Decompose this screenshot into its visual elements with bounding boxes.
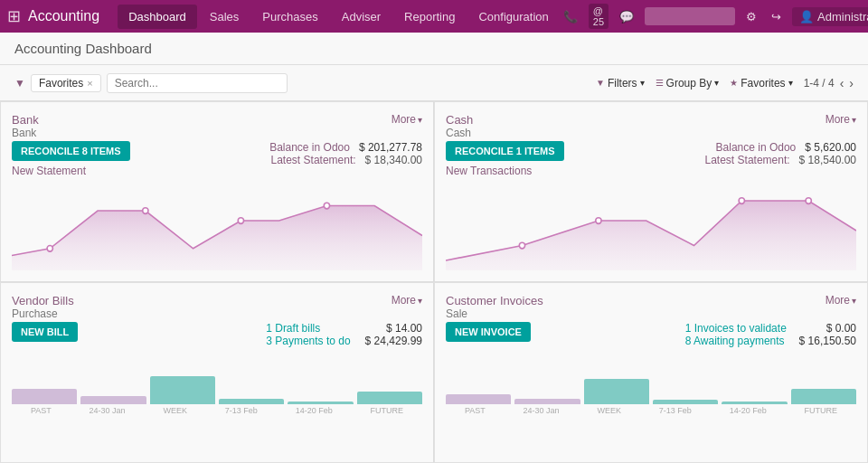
nav-reporting[interactable]: Reporting (393, 5, 466, 29)
chat-icon[interactable]: 💬 (616, 6, 637, 27)
page-title: Accounting Dashboard (14, 41, 152, 56)
vendor-bills-chart: PAST 24-30 Jan WEEK 7-13 Feb 14-20 Feb F… (12, 353, 422, 451)
bank-title[interactable]: Bank (12, 113, 39, 127)
customer-invoices-awaiting-link[interactable]: 8 Awaiting payments (685, 335, 785, 347)
cash-more-arrow: ▾ (852, 115, 856, 125)
vendor-bills-more-button[interactable]: More ▾ (392, 294, 422, 307)
grid-icon[interactable]: ⊞ (7, 6, 21, 26)
nav-purchases[interactable]: Purchases (251, 5, 328, 29)
customer-invoices-subtitle: Sale (446, 307, 543, 320)
vb-label-0: PAST (31, 406, 52, 415)
customer-invoices-more-arrow: ▾ (852, 296, 856, 306)
favorites-arrow: ▾ (788, 78, 793, 88)
bank-reconcile-button[interactable]: RECONCILE 8 ITEMS (12, 141, 130, 161)
nav-adviser[interactable]: Adviser (331, 5, 392, 29)
bank-more-arrow: ▾ (418, 115, 422, 125)
customer-invoices-validate-link[interactable]: 1 Invoices to validate (685, 322, 787, 335)
nav-right: 📞 @ 25 💬 ⚙ ↪ 👤 Administrator ▾ (560, 4, 868, 29)
vb-label-4: 14-20 Feb (296, 406, 333, 415)
bar-7-13 (219, 399, 284, 404)
nav-menu: Dashboard Sales Purchases Adviser Report… (118, 5, 560, 29)
bar-24-30 (80, 396, 146, 404)
dashboard: Bank Bank More ▾ RECONCILE 8 ITEMS New S… (0, 101, 868, 463)
groupby-arrow: ▾ (714, 78, 719, 88)
customer-invoices-more-button[interactable]: More ▾ (826, 294, 856, 307)
vendor-bills-more-arrow: ▾ (418, 296, 422, 306)
filters-icon: ▼ (596, 78, 605, 88)
groupby-button[interactable]: ☰ Group By ▾ (656, 77, 720, 90)
customer-invoices-title[interactable]: Customer Invoices (446, 294, 543, 307)
svg-point-8 (739, 198, 744, 204)
favorites-button[interactable]: ★ Favorites ▾ (730, 77, 792, 90)
cash-more-button[interactable]: More ▾ (826, 113, 856, 126)
ci-label-5: FUTURE (805, 406, 838, 415)
svg-marker-0 (12, 206, 422, 271)
notifications-badge[interactable]: @ 25 (589, 4, 609, 29)
nav-sales[interactable]: Sales (199, 5, 250, 29)
filter-right: ▼ Filters ▾ ☰ Group By ▾ ★ Favorites ▾ 1… (596, 76, 854, 90)
admin-menu[interactable]: 👤 Administrator ▾ (792, 7, 868, 26)
filters-button[interactable]: ▼ Filters ▾ (596, 77, 645, 90)
bank-actions: RECONCILE 8 ITEMS New Statement (12, 141, 137, 177)
cash-subtitle: Cash (446, 127, 473, 139)
cash-content-row: RECONCILE 1 ITEMS New Transactions Balan… (446, 141, 856, 177)
new-bill-button[interactable]: NEW BILL (12, 322, 78, 342)
filter-left: ▼ Favorites × (14, 73, 288, 93)
customer-invoices-header-left: Customer Invoices Sale (446, 294, 543, 320)
cash-new-transactions-link[interactable]: New Transactions (446, 165, 532, 177)
cash-balance-info: Balance in Odoo $ 5,620.00 Latest Statem… (705, 141, 856, 166)
ci-label-3: 7-13 Feb (659, 406, 692, 415)
vendor-bills-payments-link[interactable]: 3 Payments to do (266, 335, 350, 347)
groupby-label: Group By (666, 77, 712, 90)
cash-reconcile-button[interactable]: RECONCILE 1 ITEMS (446, 141, 564, 161)
new-invoice-button[interactable]: NEW INVOICE (446, 322, 531, 342)
cash-title[interactable]: Cash (446, 113, 473, 127)
customer-invoices-card: Customer Invoices Sale More ▾ NEW INVOIC… (434, 282, 868, 463)
cash-balance-value: $ 5,620.00 (805, 141, 856, 154)
search-input[interactable] (107, 73, 288, 93)
bank-more-button[interactable]: More ▾ (392, 113, 422, 126)
customer-invoices-amounts: 1 Invoices to validate $ 0.00 8 Awaiting… (685, 322, 856, 347)
customer-invoices-actions: NEW INVOICE (446, 322, 531, 342)
cash-more-label: More (826, 113, 850, 126)
bank-balance-value: $ 201,277.78 (359, 141, 422, 154)
filters-arrow: ▾ (640, 78, 645, 88)
customer-invoices-row2: 8 Awaiting payments $ 16,150.50 (685, 335, 856, 347)
favorites-close-icon[interactable]: × (87, 78, 92, 89)
ci-label-0: PAST (465, 406, 486, 415)
bar-week (150, 376, 215, 404)
vendor-bills-title[interactable]: Vendor Bills (12, 294, 74, 307)
bank-balance-label: Balance in Odoo (269, 141, 350, 154)
nav-configuration[interactable]: Configuration (467, 5, 559, 29)
ci-bar-past (446, 394, 511, 404)
filter-controls: ▼ Filters ▾ ☰ Group By ▾ ★ Favorites ▾ (596, 77, 793, 90)
bank-header-left: Bank Bank (12, 113, 39, 139)
cash-balance-label: Balance in Odoo (716, 141, 797, 154)
vendor-bills-draft-link[interactable]: 1 Draft bills (266, 322, 320, 335)
pagination-text: 1-4 / 4 (804, 77, 835, 90)
vb-label-5: FUTURE (371, 406, 404, 415)
customer-invoices-validate-value: $ 0.00 (826, 322, 856, 335)
bank-new-statement-link[interactable]: New Statement (12, 165, 86, 177)
ci-bar-24-30 (514, 399, 580, 404)
next-page-button[interactable]: › (849, 76, 854, 90)
bank-chart: 8 Jan 13 Jan 18 Jan 23 Jan 28 Jan (12, 181, 422, 270)
customer-invoices-content-row: NEW INVOICE 1 Invoices to validate $ 0.0… (446, 322, 856, 347)
cash-chart: 8 Jan 13 Jan 18 Jan 23 Jan 28 Jan (446, 181, 856, 270)
nav-search-input[interactable] (645, 7, 735, 25)
cash-latest-value: $ 18,540.00 (799, 154, 856, 166)
customer-invoices-row1: 1 Invoices to validate $ 0.00 (685, 322, 856, 335)
favorites-tag[interactable]: Favorites × (31, 74, 101, 92)
nav-dashboard[interactable]: Dashboard (118, 5, 197, 29)
bank-balance-info: Balance in Odoo $ 201,277.78 Latest Stat… (269, 141, 422, 166)
svg-point-9 (806, 198, 811, 204)
cash-card: Cash Cash More ▾ RECONCILE 1 ITEMS New T… (434, 101, 868, 282)
sign-out-icon[interactable]: ↪ (768, 6, 785, 27)
settings-icon[interactable]: ⚙ (742, 6, 760, 27)
customer-invoices-chart: PAST 24-30 Jan WEEK 7-13 Feb 14-20 Feb F… (446, 353, 856, 451)
vendor-bills-content-row: NEW BILL 1 Draft bills $ 14.00 3 Payment… (12, 322, 422, 347)
groupby-icon: ☰ (656, 78, 664, 88)
prev-page-button[interactable]: ‹ (840, 76, 844, 90)
filters-label: Filters (608, 77, 637, 90)
phone-icon[interactable]: 📞 (560, 6, 581, 27)
